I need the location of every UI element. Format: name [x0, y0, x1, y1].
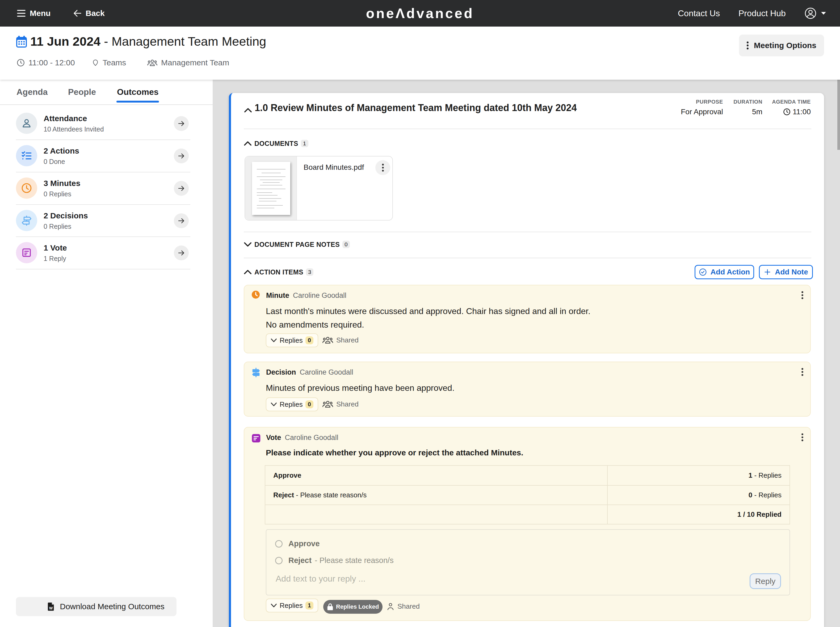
- svg-text:W: W: [49, 606, 53, 610]
